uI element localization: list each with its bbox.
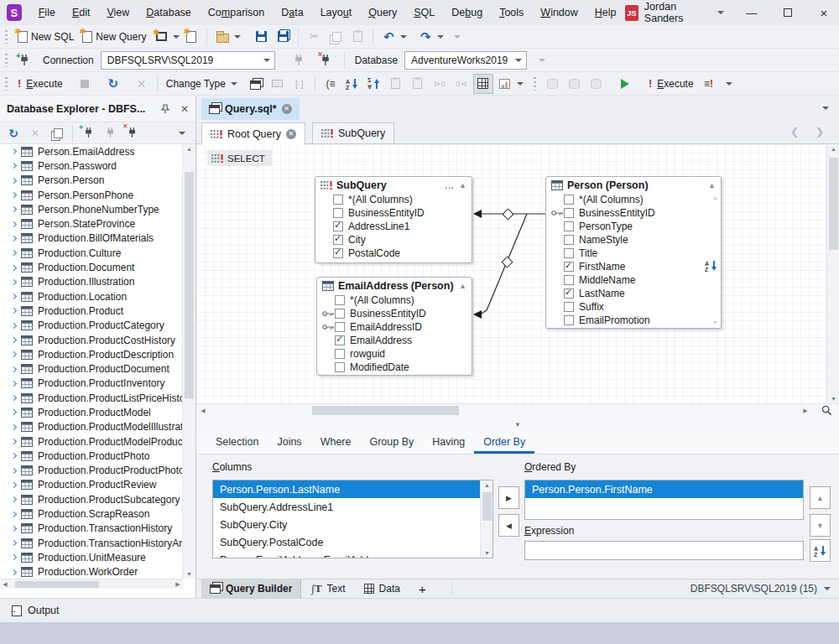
field-checkbox[interactable]	[564, 221, 574, 231]
expand-chevron-icon[interactable]	[11, 351, 17, 357]
join-left-button[interactable]: ⊳o	[430, 74, 450, 94]
save-button[interactable]	[251, 27, 271, 47]
field-checkbox[interactable]	[333, 195, 343, 205]
field-checkbox[interactable]	[564, 315, 574, 325]
check-syntax-button[interactable]	[386, 74, 406, 94]
column-list-item[interactable]: SubQuery.City	[213, 516, 480, 533]
expand-chevron-icon[interactable]	[11, 482, 17, 488]
options-dots-icon[interactable]: …	[445, 180, 455, 190]
fit-diagram-button[interactable]: [·]	[289, 74, 310, 94]
explorer-table-item[interactable]: Person.StateProvince	[0, 216, 183, 231]
field-row[interactable]: *(All Columns)	[555, 193, 721, 206]
query-tab-close-icon[interactable]: ✕	[286, 129, 296, 139]
menu-item[interactable]: Layout	[312, 3, 361, 23]
explorer-table-item[interactable]: Production.ProductPhoto	[0, 449, 183, 463]
new-window-button[interactable]: ✱	[151, 27, 171, 47]
field-row[interactable]: BusinessEntityID	[555, 206, 721, 220]
run-script-button[interactable]	[615, 74, 635, 94]
pin-icon[interactable]	[160, 104, 170, 114]
explorer-table-item[interactable]: Production.ProductModelProductDescriptio…	[0, 434, 183, 449]
field-checkbox[interactable]	[564, 302, 574, 312]
field-row[interactable]: EmailPromotion	[555, 314, 721, 327]
expand-chevron-icon[interactable]	[11, 439, 17, 444]
ordered-by-listbox[interactable]: Person.Person.FirstName	[524, 480, 804, 520]
scroll-up-icon[interactable]: ▲	[481, 482, 493, 488]
db-import-button[interactable]	[565, 74, 585, 94]
explorer-table-item[interactable]: Production.BillOfMaterials	[0, 231, 183, 246]
expand-chevron-icon[interactable]	[11, 512, 17, 517]
select-node[interactable]: SELECT	[207, 150, 272, 166]
menu-item[interactable]: Database	[138, 3, 200, 23]
explorer-table-item[interactable]: Production.ProductCategory	[0, 319, 183, 333]
execute-secondary-button[interactable]: ! Execute	[645, 74, 697, 94]
move-up-button[interactable]: ▲	[810, 486, 831, 509]
explorer-table-item[interactable]: Production.ScrapReason	[0, 506, 183, 521]
scrollbar-thumb[interactable]	[312, 406, 459, 415]
table-header[interactable]: SubQuery … ▲	[315, 177, 472, 193]
zoom-magnifier-icon[interactable]	[821, 405, 832, 416]
expand-chevron-icon[interactable]	[11, 221, 17, 227]
connection-combobox[interactable]: DBFSQLSRV\SQL2019	[101, 51, 275, 70]
tab-scroll-left-icon[interactable]: ❮	[790, 126, 799, 138]
field-row[interactable]: LastName	[555, 287, 721, 300]
column-list-item[interactable]: SubQuery.PostalCode	[213, 533, 480, 551]
scrollbar-thumb[interactable]	[15, 581, 99, 588]
expand-chevron-icon[interactable]	[11, 206, 17, 212]
chart-view-button[interactable]	[495, 74, 515, 94]
scroll-down-icon[interactable]: ▼	[183, 571, 195, 577]
column-list-item[interactable]: Person.Person.LastName	[213, 480, 480, 498]
explorer-table-item[interactable]: Production.Location	[0, 289, 183, 304]
explorer-table-item[interactable]: Production.ProductDescription	[0, 347, 183, 361]
explorer-table-item[interactable]: Production.Product	[0, 304, 183, 318]
toolbar-grip[interactable]	[5, 77, 8, 91]
expand-chevron-icon[interactable]	[11, 337, 17, 343]
field-row[interactable]: AddressLine1	[324, 220, 472, 233]
sort-desc-button[interactable]	[364, 74, 384, 94]
scrollbar-thumb[interactable]	[185, 172, 194, 398]
scrollbar-thumb[interactable]	[829, 158, 838, 250]
canvas-vertical-scrollbar[interactable]: ▲ ▼	[826, 144, 839, 403]
explorer-table-item[interactable]: Production.ProductProductPhoto	[0, 464, 183, 478]
expand-chevron-icon[interactable]	[11, 381, 17, 387]
expand-chevron-icon[interactable]	[11, 148, 17, 154]
scroll-left-icon[interactable]: ◀	[198, 408, 208, 414]
undo-caret-icon[interactable]	[400, 35, 407, 39]
cancel-button[interactable]: ✕	[132, 74, 152, 94]
copy-button[interactable]	[326, 27, 346, 47]
new-query-button[interactable]: ✱ New Query	[79, 27, 149, 47]
builder-tab[interactable]: Selection	[206, 432, 268, 454]
document-tab-query-sql[interactable]: Query.sql* ✕	[201, 98, 300, 120]
change-type-button[interactable]: Change Type	[163, 74, 229, 94]
builder-tab[interactable]: Where	[311, 432, 361, 454]
scroll-right-icon[interactable]: ▶	[173, 581, 183, 588]
field-checkbox[interactable]	[564, 248, 574, 258]
join-right-button[interactable]: o⊲	[451, 74, 472, 94]
field-row[interactable]: EmailAddress	[326, 334, 472, 347]
explorer-table-item[interactable]: Production.ProductCostHistory	[0, 333, 183, 347]
explorer-table-item[interactable]: Production.ProductSubcategory	[0, 492, 183, 506]
execute-button[interactable]: ! Execute	[14, 74, 66, 94]
explorer-table-item[interactable]: Production.Culture	[0, 246, 183, 260]
expand-chevron-icon[interactable]	[11, 395, 17, 401]
explorer-table-item[interactable]: Person.EmailAddress	[0, 144, 183, 158]
scroll-down-icon[interactable]: ▼	[827, 396, 839, 402]
diagram-table-subquery[interactable]: SubQuery … ▲ *(All Columns) BusinessEnti…	[315, 176, 472, 263]
builder-tab[interactable]: Order By	[474, 432, 534, 454]
toolbar-grip[interactable]	[5, 54, 8, 67]
field-checkbox[interactable]	[564, 275, 574, 285]
diagram-table-emailaddress[interactable]: EmailAddress (Person) ▲ *(All Columns) B…	[316, 277, 472, 376]
explorer-table-item[interactable]: Production.ProductDocument	[0, 361, 183, 376]
columns-list-scrollbar[interactable]: ▲ ▼	[480, 480, 492, 558]
collapse-pane-chevron-icon[interactable]: ▼	[514, 421, 521, 428]
grid-view-button[interactable]	[473, 74, 493, 94]
field-row[interactable]: PersonType	[555, 220, 721, 233]
connection-status[interactable]: DBFSQLSRV\SQL2019 (15)	[690, 583, 839, 595]
expand-chevron-icon[interactable]	[11, 293, 17, 299]
toolbar-grip[interactable]	[5, 30, 8, 44]
field-checkbox[interactable]	[564, 195, 574, 205]
builder-tab[interactable]: Joins	[268, 432, 310, 454]
expand-chevron-icon[interactable]	[11, 279, 17, 285]
new-document-button[interactable]: ✱	[181, 27, 201, 47]
field-checkbox[interactable]	[335, 309, 345, 319]
menu-item[interactable]: Query	[360, 3, 405, 23]
